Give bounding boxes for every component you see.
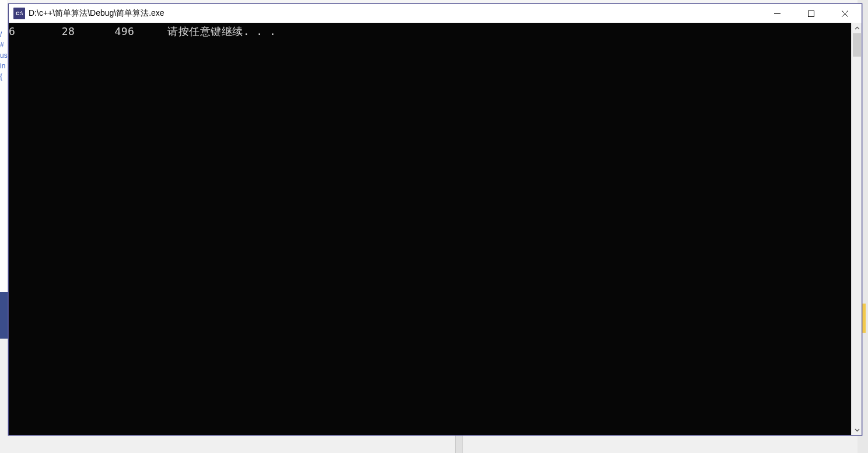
bg-code-fragment: / [0, 29, 7, 40]
titlebar[interactable]: C:\ D:\c++\简单算法\Debug\简单算法.exe [9, 4, 862, 23]
console-window: C:\ D:\c++\简单算法\Debug\简单算法.exe 6 28 496 … [8, 4, 862, 435]
app-icon: C:\ [13, 8, 25, 19]
close-button[interactable] [828, 4, 862, 23]
output-prompt: 请按任意键继续. . . [167, 25, 276, 37]
maximize-icon [808, 11, 814, 17]
scrollbar-up-icon[interactable] [852, 23, 862, 33]
svg-rect-1 [808, 11, 814, 16]
bg-code-fragment: us [0, 50, 7, 61]
output-number: 28 [62, 25, 75, 37]
chevron-up-icon [855, 26, 860, 31]
bg-code-fragment: in [0, 61, 7, 71]
bg-code-fragment: { [0, 71, 7, 82]
window-controls [760, 4, 862, 23]
output-number: 6 [9, 25, 15, 37]
minimize-icon [774, 11, 780, 17]
bg-code-fragment: # [0, 40, 7, 50]
minimize-button[interactable] [760, 4, 794, 23]
chevron-down-icon [855, 427, 860, 433]
window-title: D:\c++\简单算法\Debug\简单算法.exe [29, 8, 760, 19]
maximize-button[interactable] [794, 4, 828, 23]
ide-splitter[interactable] [455, 435, 463, 453]
close-icon [842, 11, 848, 17]
console-body: 6 28 496 请按任意键继续. . . [9, 23, 862, 435]
app-icon-label: C:\ [16, 11, 23, 16]
scrollbar-vertical[interactable] [851, 23, 862, 435]
scrollbar-down-icon[interactable] [852, 424, 862, 435]
output-number: 496 [114, 25, 134, 37]
console-output[interactable]: 6 28 496 请按任意键继续. . . [9, 23, 851, 435]
scrollbar-thumb[interactable] [853, 33, 861, 57]
